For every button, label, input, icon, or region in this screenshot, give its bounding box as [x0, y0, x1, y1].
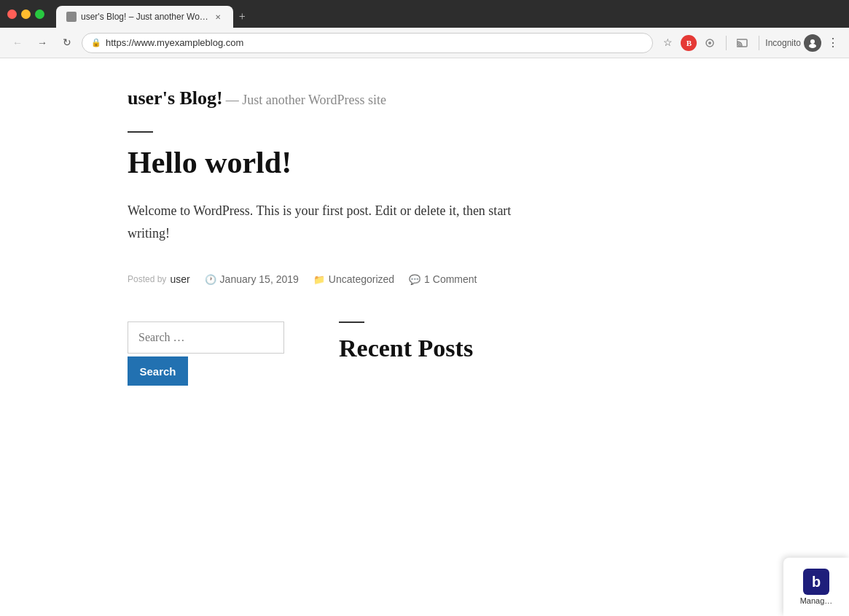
- browser-menu-button[interactable]: ⋮: [824, 36, 842, 50]
- lock-icon: 🔒: [91, 38, 101, 47]
- back-button[interactable]: ←: [7, 33, 28, 53]
- address-bar: ← → ↻ 🔒 https://www.myexampleblog.com ☆ …: [0, 28, 849, 58]
- category-name[interactable]: Uncategorized: [329, 273, 394, 285]
- post-comments: 💬 1 Comment: [409, 273, 477, 285]
- toolbar-right: ☆ B Incognito: [657, 33, 842, 53]
- site-header: user's Blog! — Just another WordPress si…: [0, 58, 849, 131]
- incognito-badge: Incognito: [765, 34, 821, 52]
- url-bar[interactable]: 🔒 https://www.myexampleblog.com: [82, 33, 653, 53]
- page-content: user's Blog! — Just another WordPress si…: [0, 58, 849, 616]
- toolbar-separator: [726, 36, 727, 50]
- author-name[interactable]: user: [170, 273, 189, 285]
- tab-title: user's Blog! – Just another Wo…: [81, 12, 208, 22]
- incognito-label: Incognito: [765, 38, 801, 48]
- browser-chrome: user's Blog! – Just another Wo… ✕ +: [0, 0, 849, 28]
- post-title: Hello world!: [128, 146, 721, 179]
- sidebar-section: Search: [128, 321, 295, 386]
- svg-point-4: [809, 44, 816, 48]
- recent-posts-section: Recent Posts: [339, 321, 721, 386]
- forward-button[interactable]: →: [32, 33, 52, 53]
- search-widget: Search: [128, 321, 295, 386]
- active-tab[interactable]: user's Blog! – Just another Wo… ✕: [56, 6, 233, 28]
- minimize-button[interactable]: [21, 9, 31, 19]
- author-label: Posted by: [128, 274, 166, 284]
- post-meta: Posted by user 🕐 January 15, 2019 📁 Unca…: [128, 273, 721, 285]
- svg-point-1: [708, 42, 711, 44]
- recent-posts-divider: [339, 321, 364, 323]
- maximize-button[interactable]: [35, 9, 44, 19]
- new-tab-button[interactable]: +: [233, 6, 251, 28]
- cast-button[interactable]: [732, 33, 753, 53]
- close-button[interactable]: [7, 9, 17, 19]
- extensions-button[interactable]: [700, 33, 720, 53]
- url-text: https://www.myexampleblog.com: [106, 37, 643, 48]
- tab-favicon: [66, 12, 77, 22]
- brave-shield-icon[interactable]: B: [681, 35, 697, 51]
- folder-icon: 📁: [313, 274, 325, 285]
- post-category: 📁 Uncategorized: [313, 273, 394, 285]
- reload-button[interactable]: ↻: [57, 33, 77, 53]
- toolbar-separator-2: [759, 36, 759, 50]
- site-tagline: — Just another WordPress site: [226, 93, 386, 107]
- post-divider: [128, 131, 153, 133]
- incognito-icon: [804, 34, 821, 52]
- search-input[interactable]: [128, 321, 284, 354]
- post-content: Welcome to WordPress. This is your first…: [128, 200, 514, 244]
- badge-label: Manag…: [800, 596, 833, 605]
- post-date-text[interactable]: January 15, 2019: [220, 273, 299, 285]
- badge-icon: b: [803, 569, 829, 595]
- site-title[interactable]: user's Blog!: [128, 87, 223, 109]
- tab-close-button[interactable]: ✕: [213, 12, 223, 22]
- tab-bar: user's Blog! – Just another Wo… ✕ +: [56, 0, 251, 28]
- bookmark-button[interactable]: ☆: [657, 33, 678, 53]
- corner-badge[interactable]: b Manag…: [783, 558, 849, 616]
- clock-icon: 🕐: [205, 274, 216, 285]
- bottom-section: Search Recent Posts: [0, 321, 849, 415]
- post-author: Posted by user: [128, 273, 190, 285]
- recent-posts-title: Recent Posts: [339, 335, 721, 362]
- comments-count[interactable]: 1 Comment: [424, 273, 477, 285]
- comment-icon: 💬: [409, 274, 420, 285]
- svg-point-3: [810, 39, 815, 44]
- main-content: Hello world! Welcome to WordPress. This …: [0, 131, 849, 321]
- post-date: 🕐 January 15, 2019: [205, 273, 299, 285]
- traffic-lights: [7, 9, 44, 19]
- search-button[interactable]: Search: [128, 356, 188, 386]
